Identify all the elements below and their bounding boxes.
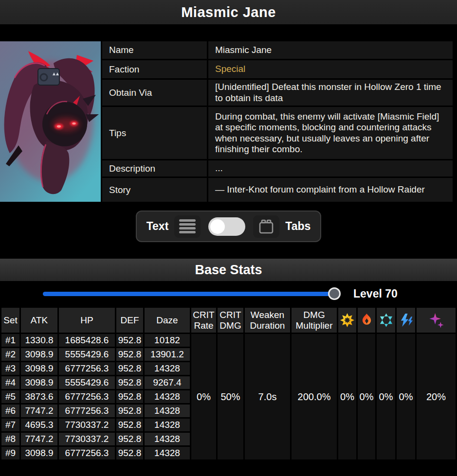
ice-res-cell: 0% [376, 334, 396, 460]
electric-res-cell: 0% [396, 334, 416, 460]
info-label-description: Description [102, 160, 207, 176]
set-cell: #9 [1, 446, 20, 460]
dmg-multiplier-cell: 200.0% [291, 334, 338, 460]
set-cell: #5 [1, 390, 20, 404]
ether-res-cell: 20% [416, 334, 457, 460]
col-header-atk: ATK [20, 307, 58, 334]
level-slider-row: Level 70 [0, 281, 457, 306]
header-spacer [0, 24, 457, 41]
text-list-icon [174, 215, 201, 238]
fire-res-cell: 0% [357, 334, 376, 460]
atk-cell: 3098.9 [20, 362, 58, 376]
daze-cell: 14328 [144, 390, 191, 404]
crit-dmg-cell: 50% [217, 334, 244, 460]
electric-icon [396, 307, 416, 334]
set-cell: #6 [1, 404, 20, 418]
set-cell: #3 [1, 362, 20, 376]
view-toggle[interactable]: Text Tabs [136, 211, 322, 242]
daze-cell: 14328 [144, 446, 191, 460]
view-toggle-row: Text Tabs [0, 211, 457, 242]
stats-row-1: #1 1330.8 1685428.6 952.8 10182 0% 50% 7… [1, 334, 457, 348]
weaken-duration-cell: 7.0s [244, 334, 291, 460]
info-value-name: Miasmic Jane [208, 41, 453, 59]
base-stats-title: Base Stats [195, 263, 262, 278]
atk-cell: 3098.9 [20, 446, 58, 460]
toggle-text-label: Text [146, 220, 169, 233]
hp-cell: 1685428.6 [58, 334, 116, 348]
enemy-portrait [0, 41, 101, 202]
page-title: Miasmic Jane [181, 4, 276, 20]
def-cell: 952.8 [116, 348, 144, 362]
daze-cell: 13901.2 [144, 348, 191, 362]
daze-cell: 14328 [144, 418, 191, 432]
fire-icon [357, 307, 376, 334]
def-cell: 952.8 [116, 334, 144, 348]
physical-icon [338, 307, 357, 334]
text-tabs-switch[interactable] [208, 217, 245, 236]
info-value-tips: During combat, this enemy will activate … [208, 107, 453, 159]
hp-cell: 6777256.3 [58, 390, 116, 404]
set-cell: #4 [1, 376, 20, 390]
info-label-obtain-via: Obtain Via [102, 80, 207, 106]
base-stats-header: Base Stats [0, 259, 457, 281]
crit-rate-cell: 0% [191, 334, 217, 460]
def-cell: 952.8 [116, 362, 144, 376]
def-cell: 952.8 [116, 390, 144, 404]
ether-icon [416, 307, 457, 334]
def-cell: 952.8 [116, 432, 144, 446]
atk-cell: 3098.9 [20, 348, 58, 362]
set-cell: #1 [1, 334, 20, 348]
col-header-hp: HP [58, 307, 116, 334]
page-header: Miasmic Jane [0, 0, 457, 24]
base-stats-table: Set ATK HP DEF Daze CRIT Rate CRIT DMG W… [0, 306, 457, 461]
info-label-story: Story [102, 178, 207, 202]
atk-cell: 7747.2 [20, 404, 58, 418]
col-header-daze: Daze [144, 307, 191, 334]
col-header-set: Set [1, 307, 20, 334]
info-value-description: ... [208, 160, 453, 176]
info-label-name: Name [102, 41, 207, 59]
hp-cell: 6777256.3 [58, 446, 116, 460]
def-cell: 952.8 [116, 418, 144, 432]
ice-icon [376, 307, 396, 334]
info-label-tips: Tips [102, 107, 207, 159]
col-header-weaken-duration: Weaken Duration [244, 307, 291, 334]
daze-cell: 14328 [144, 432, 191, 446]
hp-cell: 7730337.2 [58, 418, 116, 432]
section-gap [0, 242, 457, 259]
set-cell: #7 [1, 418, 20, 432]
daze-cell: 9267.4 [144, 376, 191, 390]
level-slider-thumb[interactable] [328, 287, 341, 300]
atk-cell: 4695.3 [20, 418, 58, 432]
hp-cell: 6777256.3 [58, 404, 116, 418]
set-cell: #8 [1, 432, 20, 446]
def-cell: 952.8 [116, 376, 144, 390]
def-cell: 952.8 [116, 404, 144, 418]
col-header-dmg-multiplier: DMG Multiplier [291, 307, 338, 334]
level-label: Level 70 [353, 287, 398, 300]
col-header-crit-dmg: CRIT DMG [217, 307, 244, 334]
hp-cell: 7730337.2 [58, 432, 116, 446]
toggle-tabs-label: Tabs [285, 220, 311, 233]
switch-knob [210, 219, 225, 234]
stats-header-row: Set ATK HP DEF Daze CRIT Rate CRIT DMG W… [1, 307, 457, 334]
hp-cell: 5555429.6 [58, 376, 116, 390]
col-header-crit-rate: CRIT Rate [191, 307, 217, 334]
info-value-story: — Inter-Knot forum complaint from a Holl… [208, 178, 453, 202]
daze-cell: 14328 [144, 362, 191, 376]
info-value-faction: Special [208, 60, 453, 78]
level-slider[interactable] [43, 292, 335, 296]
set-cell: #2 [1, 348, 20, 362]
atk-cell: 7747.2 [20, 432, 58, 446]
daze-cell: 14328 [144, 404, 191, 418]
atk-cell: 1330.8 [20, 334, 58, 348]
enemy-info-section: Name Miasmic Jane Faction Special Obtain… [0, 41, 457, 202]
tabs-icon [253, 215, 279, 238]
daze-cell: 10182 [144, 334, 191, 348]
hp-cell: 5555429.6 [58, 348, 116, 362]
col-header-def: DEF [116, 307, 144, 334]
info-label-faction: Faction [102, 60, 207, 78]
info-value-obtain-via: [Unidentified] Defeat this monster in Ho… [208, 80, 453, 106]
def-cell: 952.8 [116, 446, 144, 460]
physical-res-cell: 0% [338, 334, 357, 460]
